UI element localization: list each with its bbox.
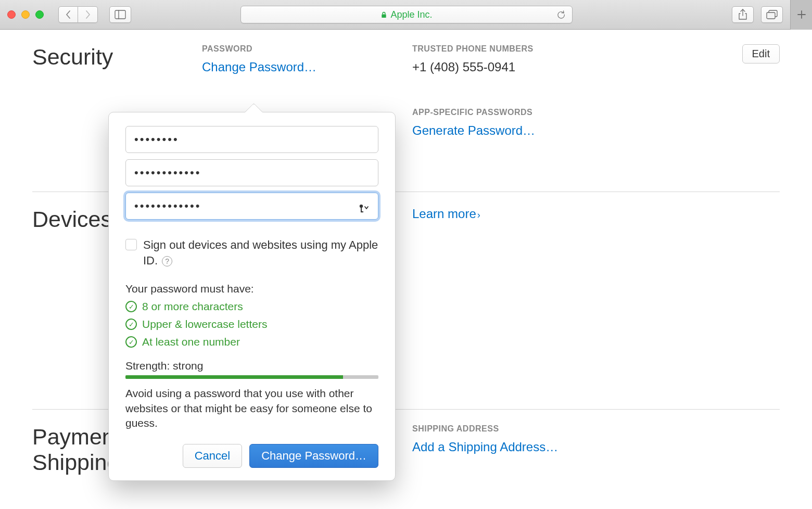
trusted-phone-label: TRUSTED PHONE NUMBERS: [412, 44, 780, 54]
tabs-icon: [766, 9, 778, 20]
tabs-button[interactable]: [761, 6, 783, 23]
requirements-header: Your password must have:: [125, 283, 378, 295]
window-controls: [7, 10, 44, 19]
requirement-text: 8 or more characters: [142, 300, 243, 313]
generate-password-link[interactable]: Generate Password…: [412, 123, 780, 138]
chevron-right-icon: [84, 9, 92, 20]
strength-label: Strength: strong: [125, 360, 378, 372]
current-password-input[interactable]: [125, 126, 378, 153]
window-minimize-button[interactable]: [21, 10, 30, 19]
edit-button[interactable]: Edit: [742, 44, 780, 63]
share-icon: [738, 9, 747, 20]
address-text: Apple Inc.: [390, 9, 432, 20]
shipping-address-label: SHIPPING ADDRESS: [412, 424, 780, 434]
page-content: Security PASSWORD Change Password… TRUST…: [0, 30, 812, 490]
requirement-item: ✓ 8 or more characters: [125, 300, 378, 313]
check-icon: ✓: [125, 319, 137, 330]
browser-toolbar: Apple Inc.: [0, 0, 812, 30]
strength-bar: [125, 375, 378, 379]
chevron-right-icon: ›: [477, 210, 480, 221]
window-close-button[interactable]: [7, 10, 16, 19]
svg-rect-2: [382, 14, 386, 17]
signout-label-text: Sign out devices and websites using my A…: [143, 238, 378, 267]
new-tab-button[interactable]: [790, 0, 812, 30]
strength-fill: [125, 375, 343, 379]
requirement-item: ✓ Upper & lowercase letters: [125, 318, 378, 330]
sidebar-icon: [115, 10, 126, 19]
help-icon[interactable]: ?: [162, 256, 172, 266]
forward-button[interactable]: [78, 6, 98, 23]
plus-icon: [797, 10, 806, 19]
reload-icon[interactable]: [556, 10, 566, 19]
key-icon[interactable]: [358, 202, 370, 214]
share-button[interactable]: [732, 6, 754, 23]
check-icon: ✓: [125, 301, 137, 312]
window-zoom-button[interactable]: [35, 10, 44, 19]
requirement-text: Upper & lowercase letters: [142, 318, 267, 330]
check-icon: ✓: [125, 336, 137, 348]
new-password-input[interactable]: [125, 159, 378, 186]
requirement-item: ✓ At least one number: [125, 336, 378, 348]
app-specific-label: APP-SPECIFIC PASSWORDS: [412, 108, 780, 117]
change-password-button[interactable]: Change Password…: [249, 444, 378, 468]
confirm-password-input[interactable]: [125, 193, 378, 220]
svg-rect-10: [361, 211, 363, 212]
password-advice: Avoid using a password that you use with…: [125, 386, 378, 430]
back-button[interactable]: [58, 6, 78, 23]
cancel-button[interactable]: Cancel: [183, 444, 242, 468]
add-shipping-link[interactable]: Add a Shipping Address…: [412, 440, 780, 454]
sidebar-toggle-button[interactable]: [109, 6, 131, 23]
svg-rect-0: [115, 10, 125, 19]
signout-label: Sign out devices and websites using my A…: [143, 237, 378, 268]
change-password-popover: Sign out devices and websites using my A…: [108, 112, 396, 481]
password-label: PASSWORD: [202, 44, 412, 54]
requirement-text: At least one number: [142, 336, 240, 348]
svg-rect-5: [767, 12, 775, 19]
nav-button-group: [58, 6, 98, 23]
change-password-link[interactable]: Change Password…: [202, 60, 412, 74]
address-bar[interactable]: Apple Inc.: [240, 6, 573, 23]
learn-more-text: Learn more: [412, 207, 476, 221]
learn-more-link[interactable]: Learn more ›: [412, 207, 480, 221]
trusted-phone-value: +1 (408) 555-0941: [412, 60, 780, 74]
chevron-left-icon: [65, 9, 72, 20]
lock-icon: [380, 11, 387, 18]
signout-checkbox[interactable]: [125, 239, 137, 250]
